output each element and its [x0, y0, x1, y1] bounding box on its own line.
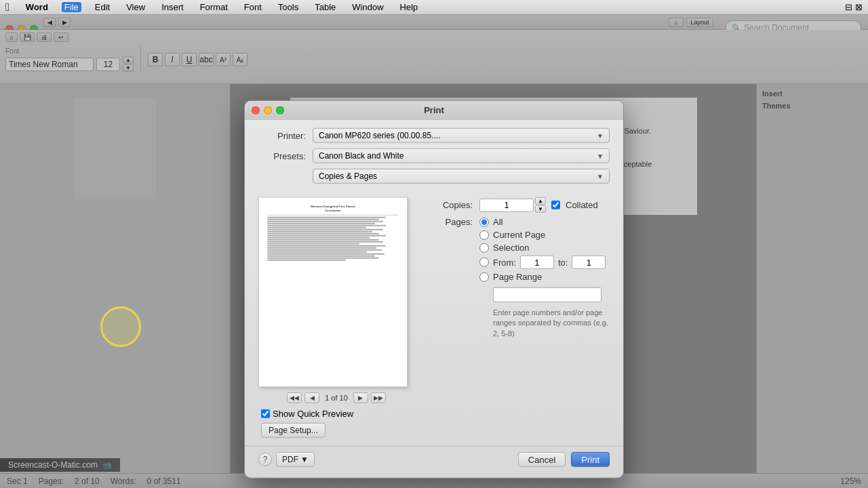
help-button[interactable]: ?	[258, 453, 272, 466]
preview-title: Ebenezer Evangelical Free ChurchConstitu…	[267, 205, 399, 213]
pdf-button[interactable]: PDF ▼	[276, 452, 315, 467]
section-value: Copies & Pages	[319, 171, 377, 181]
print-dialog: Print Printer: Canon MP620 series (00.00…	[244, 100, 624, 479]
current-page-label: Current Page	[493, 230, 545, 240]
menubar-font[interactable]: Font	[241, 2, 264, 12]
printer-row: Printer: Canon MP620 series (00.00.85...…	[258, 128, 610, 143]
printer-arrow: ▼	[597, 131, 604, 139]
page-indicator: 1 of 10	[325, 394, 348, 402]
copies-stepper: ▲ ▼	[535, 197, 546, 213]
page-range-radio[interactable]	[479, 272, 489, 281]
current-page-row: Current Page	[479, 230, 610, 240]
menubar-right: ⊟ ⊠	[845, 2, 863, 12]
preview-line	[267, 221, 383, 222]
current-page-radio[interactable]	[479, 230, 489, 239]
page-range-row: Page Range	[479, 272, 610, 282]
dialog-max-btn[interactable]	[276, 106, 284, 114]
menubar-window[interactable]: Window	[349, 2, 386, 12]
printer-label: Printer:	[258, 130, 306, 140]
menubar-edit[interactable]: Edit	[92, 2, 113, 12]
page-setup-button[interactable]: Page Setup...	[261, 423, 326, 438]
from-to-inner: From: to:	[493, 256, 606, 269]
collated-checkbox[interactable]	[551, 201, 560, 209]
from-radio[interactable]	[479, 258, 489, 267]
from-input[interactable]	[520, 256, 554, 269]
dialog-body: Printer: Canon MP620 series (00.00.85...…	[245, 120, 623, 197]
presets-select[interactable]: Canon Black and White ▼	[313, 148, 610, 163]
preview-content: Ebenezer Evangelical Free ChurchConstitu…	[259, 198, 407, 268]
dialog-window-controls	[252, 106, 284, 114]
print-options: Copies: ▲ ▼ Collated Pages:	[425, 197, 610, 438]
menubar-insert[interactable]: Insert	[159, 2, 186, 12]
footer-right: Cancel Print	[518, 452, 610, 467]
selection-row: Selection	[479, 243, 610, 253]
cancel-button[interactable]: Cancel	[518, 452, 566, 467]
selection-radio[interactable]	[479, 243, 489, 252]
page-preview: Ebenezer Evangelical Free ChurchConstitu…	[258, 197, 408, 387]
to-label: to:	[558, 257, 568, 267]
preview-line	[267, 223, 375, 224]
preview-line	[267, 249, 382, 251]
preview-line	[267, 258, 379, 259]
print-button[interactable]: Print	[571, 452, 610, 467]
apple-menu[interactable]: 	[5, 1, 9, 14]
copies-up-btn[interactable]: ▲	[535, 197, 546, 205]
next-page-btn[interactable]: ▶	[353, 392, 368, 403]
preview-line	[267, 251, 367, 253]
all-pages-radio[interactable]	[479, 217, 489, 226]
menubar-word[interactable]: Word	[23, 2, 51, 12]
page-range-input[interactable]	[493, 287, 601, 302]
preview-line	[267, 225, 386, 226]
printer-value: Canon MP620 series (00.00.85....	[319, 131, 440, 140]
preview-controls: ◀◀ ◀ 1 of 10 ▶ ▶▶	[258, 392, 414, 403]
preview-line	[267, 260, 346, 261]
menubar-view[interactable]: View	[123, 2, 148, 12]
last-page-btn[interactable]: ▶▶	[371, 392, 386, 403]
preview-line	[267, 253, 384, 255]
from-to-row: From: to:	[479, 256, 610, 269]
section-row: Copies & Pages ▼	[258, 169, 610, 184]
preview-line	[267, 243, 359, 245]
dialog-close-btn[interactable]	[252, 106, 260, 114]
menubar-file[interactable]: File	[62, 2, 81, 12]
presets-value: Canon Black and White	[319, 151, 403, 161]
pages-label: Pages:	[425, 217, 473, 227]
to-input[interactable]	[572, 256, 606, 269]
presets-label: Presets:	[258, 150, 306, 161]
copies-row: Copies: ▲ ▼ Collated	[425, 197, 610, 213]
all-pages-label: All	[493, 217, 502, 227]
section-select[interactable]: Copies & Pages ▼	[313, 169, 610, 184]
preview-line	[267, 229, 383, 230]
menubar-tools[interactable]: Tools	[275, 2, 301, 12]
dialog-titlebar: Print	[245, 101, 623, 120]
preview-line	[267, 247, 376, 249]
window-controls-right: ⊟ ⊠	[845, 2, 863, 12]
preview-line	[267, 239, 379, 241]
pages-radio-group: All Current Page Selection	[479, 217, 610, 339]
quick-preview-checkbox[interactable]	[261, 409, 270, 418]
copies-label: Copies:	[425, 200, 473, 210]
copies-input[interactable]	[479, 198, 534, 211]
printer-select[interactable]: Canon MP620 series (00.00.85.... ▼	[313, 128, 610, 143]
preview-line	[267, 231, 372, 232]
dialog-min-btn[interactable]	[264, 106, 272, 114]
quick-preview-row: Show Quick Preview	[258, 409, 414, 419]
preview-line	[267, 256, 375, 257]
preview-line	[267, 233, 379, 235]
presets-arrow: ▼	[597, 152, 604, 159]
pages-row: Pages: All Current Page	[425, 217, 610, 339]
menubar-help[interactable]: Help	[397, 2, 421, 12]
menubar-format[interactable]: Format	[197, 2, 231, 12]
preview-line	[267, 235, 386, 237]
preview-line	[267, 245, 386, 247]
preview-line	[267, 237, 370, 239]
first-page-btn[interactable]: ◀◀	[287, 392, 302, 403]
copies-down-btn[interactable]: ▼	[535, 205, 546, 213]
prev-page-btn[interactable]: ◀	[304, 392, 319, 403]
footer-left: ? PDF ▼	[258, 452, 315, 467]
preview-line	[267, 227, 366, 228]
selection-label: Selection	[493, 243, 529, 253]
pdf-label: PDF	[282, 455, 298, 464]
menubar-table[interactable]: Table	[312, 2, 338, 12]
preview-container: Ebenezer Evangelical Free ChurchConstitu…	[258, 197, 414, 438]
